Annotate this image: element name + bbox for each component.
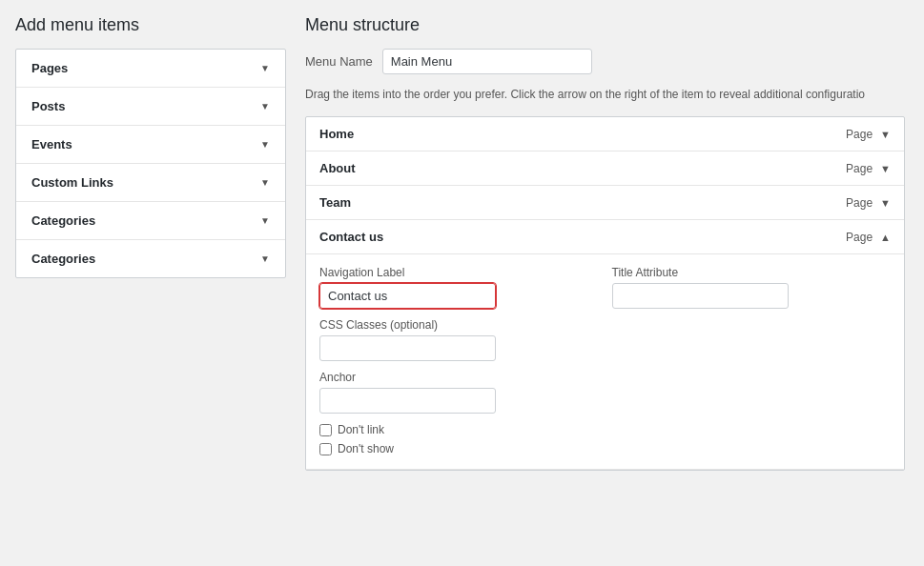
menu-items-list: Home Page ▼ About Page ▼ Team Page — [305, 116, 905, 471]
accordion-container: Pages ▼ Posts ▼ Events ▼ Custom Links — [15, 49, 286, 278]
dont-show-label[interactable]: Don't show — [338, 442, 394, 455]
accordion-header-events[interactable]: Events ▼ — [16, 126, 285, 163]
accordion-label-categories2: Categories — [31, 252, 95, 266]
accordion-header-posts[interactable]: Posts ▼ — [16, 88, 285, 125]
drag-instruction: Drag the items into the order you prefer… — [305, 86, 905, 103]
accordion-label-events: Events — [31, 137, 72, 152]
css-classes-label: CSS Classes (optional) — [319, 318, 891, 332]
chevron-down-icon-about[interactable]: ▼ — [880, 163, 891, 174]
chevron-down-icon-custom-links: ▼ — [260, 177, 270, 188]
nav-title-row: Navigation Label Title Attribute — [319, 266, 891, 309]
menu-name-row: Menu Name — [305, 49, 905, 74]
chevron-down-icon-posts: ▼ — [260, 101, 270, 111]
dont-link-row: Don't link — [319, 423, 891, 436]
dont-link-checkbox[interactable] — [319, 424, 332, 436]
add-menu-items-title: Add menu items — [15, 15, 286, 35]
anchor-input[interactable] — [319, 388, 496, 414]
menu-item-contact-header[interactable]: Contact us Page ▲ — [306, 220, 904, 254]
dont-show-row: Don't show — [319, 442, 891, 455]
accordion-item-categories2[interactable]: Categories ▼ — [16, 240, 285, 277]
chevron-down-icon-home[interactable]: ▼ — [880, 129, 891, 140]
css-classes-input[interactable] — [319, 335, 496, 361]
contact-expanded-body: Navigation Label Title Attribute CSS Cla… — [306, 254, 904, 469]
accordion-item-posts[interactable]: Posts ▼ — [16, 88, 285, 126]
menu-item-home-label: Home — [319, 127, 354, 141]
menu-item-home-type: Page — [846, 128, 873, 141]
menu-item-contact-right: Page ▲ — [846, 231, 891, 244]
page-container: Add menu items Pages ▼ Posts ▼ Events ▼ — [0, 0, 924, 566]
menu-item-about-label: About — [319, 161, 356, 175]
accordion-label-custom-links: Custom Links — [31, 175, 113, 190]
chevron-up-icon-contact[interactable]: ▲ — [880, 232, 891, 243]
accordion-item-events[interactable]: Events ▼ — [16, 126, 285, 164]
menu-item-about-right: Page ▼ — [846, 162, 891, 175]
title-attr-label: Title Attribute — [612, 266, 892, 279]
chevron-down-icon-pages: ▼ — [260, 63, 270, 73]
menu-item-contact-type: Page — [846, 231, 873, 244]
accordion-header-categories2[interactable]: Categories ▼ — [16, 240, 285, 277]
nav-label-input[interactable] — [319, 283, 496, 309]
menu-name-input[interactable] — [382, 49, 592, 74]
accordion-item-pages[interactable]: Pages ▼ — [16, 50, 285, 88]
accordion-label-posts: Posts — [31, 99, 65, 113]
accordion-label-categories1: Categories — [31, 213, 95, 228]
dont-link-label[interactable]: Don't link — [338, 423, 384, 436]
accordion-item-categories1[interactable]: Categories ▼ — [16, 202, 285, 240]
accordion-item-custom-links[interactable]: Custom Links ▼ — [16, 164, 285, 202]
anchor-group: Anchor — [319, 371, 891, 414]
dont-show-checkbox[interactable] — [319, 443, 332, 455]
menu-item-home[interactable]: Home Page ▼ — [306, 117, 904, 152]
css-classes-group: CSS Classes (optional) — [319, 318, 891, 361]
menu-item-about[interactable]: About Page ▼ — [306, 152, 904, 186]
accordion-header-custom-links[interactable]: Custom Links ▼ — [16, 164, 285, 201]
chevron-down-icon-events: ▼ — [260, 139, 270, 150]
menu-item-team-right: Page ▼ — [846, 196, 891, 210]
chevron-down-icon-categories2: ▼ — [260, 253, 270, 264]
menu-item-team[interactable]: Team Page ▼ — [306, 186, 904, 220]
nav-label-group: Navigation Label — [319, 266, 599, 309]
chevron-down-icon-team[interactable]: ▼ — [880, 197, 891, 209]
left-panel: Add menu items Pages ▼ Posts ▼ Events ▼ — [0, 0, 286, 566]
menu-item-home-right: Page ▼ — [846, 128, 891, 141]
menu-structure-title: Menu structure — [305, 15, 905, 35]
menu-name-label: Menu Name — [305, 54, 373, 69]
menu-item-team-type: Page — [846, 196, 873, 210]
menu-item-contact-expanded: Contact us Page ▲ Navigation Label Title — [306, 220, 904, 470]
accordion-header-categories1[interactable]: Categories ▼ — [16, 202, 285, 239]
right-panel: Menu structure Menu Name Drag the items … — [286, 0, 924, 566]
menu-item-about-type: Page — [846, 162, 873, 175]
accordion-header-pages[interactable]: Pages ▼ — [16, 50, 285, 87]
accordion-label-pages: Pages — [31, 61, 68, 75]
menu-item-team-label: Team — [319, 195, 351, 210]
chevron-down-icon-categories1: ▼ — [260, 215, 270, 226]
title-attr-input[interactable] — [612, 283, 789, 309]
anchor-label: Anchor — [319, 371, 891, 384]
menu-item-contact-label: Contact us — [319, 230, 383, 244]
nav-label-label: Navigation Label — [319, 266, 599, 279]
title-attr-group: Title Attribute — [612, 266, 892, 309]
